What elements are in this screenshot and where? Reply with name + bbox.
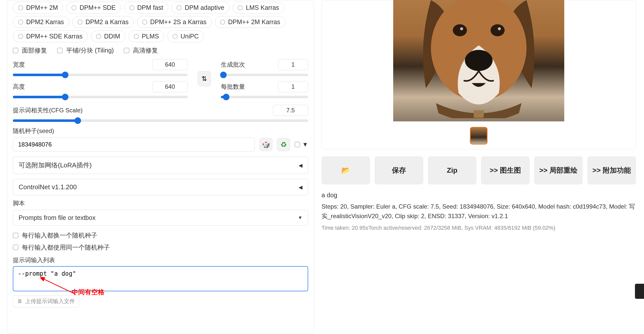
each-line-seed-checkbox[interactable]: 每行输入都换一个随机种子 [13,231,97,240]
batch-count-label: 生成批次 [221,61,245,69]
batch-size-slider[interactable] [221,96,308,98]
sampler-label: DPM++ 2M [26,4,58,11]
radio-icon [18,20,23,25]
sampler-option[interactable]: DPM++ SDE [66,2,121,14]
seed-input[interactable] [13,137,255,152]
sampler-label: DPM fast [137,4,163,11]
hires-checkbox[interactable]: 高清修复 [124,46,158,55]
output-thumbnail[interactable] [470,127,488,145]
triangle-left-icon: ◀ [299,184,302,190]
checkbox-icon [124,48,129,53]
sampler-option[interactable]: DPM adaptive [171,2,229,14]
random-seed-button[interactable]: 🎲 [259,138,272,151]
sampler-option[interactable]: UniPC [167,30,204,42]
seed-row: 🎲 ♻ ▼ [13,137,308,152]
slider-thumb-icon[interactable] [223,94,229,100]
script-label: 脚本 [13,199,308,207]
accordion-title: 可选附加网络(LoRA插件) [19,161,92,170]
batch-count-slider[interactable] [221,74,308,76]
controlnet-accordion[interactable]: ControlNet v1.1.200 ◀ [13,179,308,195]
radio-icon [177,5,182,10]
sampler-option[interactable]: DPM fast [124,2,169,14]
cfg-slider[interactable] [13,119,308,122]
folder-icon: 📂 [341,166,350,175]
height-input[interactable] [152,81,188,92]
width-input[interactable] [152,59,188,70]
side-anchor-tab[interactable] [635,284,644,299]
options-row: 面部修复 平铺/分块 (Tiling) 高清修复 [13,46,308,55]
sampler-row-3: DPM++ SDE Karras DDIM PLMS UniPC [13,30,308,42]
send-to-extras-button[interactable]: >> 附加功能 [587,156,636,184]
open-folder-button[interactable]: 📂 [321,156,370,184]
radio-icon [96,34,101,39]
reuse-seed-button[interactable]: ♻ [277,138,290,151]
send-to-img2img-button[interactable]: >> 图生图 [481,156,530,184]
script-select[interactable]: Prompts from file or textbox ▼ [13,210,308,226]
cfg-input[interactable] [273,105,308,116]
sampler-label: DPM adaptive [185,4,224,11]
generated-image-content [408,0,549,118]
checkbox-icon [57,48,63,53]
sampler-label: DPM++ SDE [79,4,115,11]
svg-point-3 [491,24,505,36]
cfg-label: 提示词相关性(CFG Scale) [13,106,83,114]
radio-icon [18,34,23,39]
sampler-option[interactable]: DPM++ 2S a Karras [137,16,212,28]
sampler-label: DDIM [104,33,120,40]
sampler-option[interactable]: DPM++ SDE Karras [13,30,88,42]
lora-accordion[interactable]: 可选附加网络(LoRA插件) ◀ [13,157,308,174]
send-to-inpaint-button[interactable]: >> 局部重绘 [534,156,583,184]
svg-point-2 [453,24,467,36]
width-slider[interactable] [13,74,188,76]
batch-count-input[interactable] [278,59,308,70]
output-params-text: Steps: 20, Sampler: Euler a, CFG scale: … [321,202,636,221]
svg-point-5 [498,27,501,30]
accordion-title: ControlNet v1.1.200 [19,183,77,191]
sampler-label: DPM++ 2S a Karras [150,18,207,26]
output-image-card [321,0,636,149]
zip-button[interactable]: Zip [428,156,476,184]
each-line-same-seed-checkbox[interactable]: 每行输入都使用同一个随机种子 [13,243,110,252]
save-button[interactable]: 保存 [375,156,423,184]
radio-icon [129,5,134,10]
batch-size-input[interactable] [278,81,308,92]
upload-prompt-file-button[interactable]: 🗎 上传提示词输入文件 [13,295,79,307]
checkbox-icon [295,142,300,147]
output-panel: 📂 保存 Zip >> 图生图 >> 局部重绘 >> 附加功能 a dog St… [314,0,636,334]
sampler-option[interactable]: LMS Karras [232,2,284,14]
checkbox-label: 每行输入都换一个随机种子 [22,231,97,240]
sampler-label: DPM++ SDE Karras [26,33,83,40]
sampler-label: DPM2 a Karras [86,18,129,26]
batch-col: 生成批次 每批数量 [221,59,308,103]
sampler-label: UniPC [181,33,199,40]
height-slider[interactable] [13,96,188,98]
batch-size-label: 每批数量 [221,83,245,91]
swap-dimensions-button[interactable]: ⇅ [198,71,211,86]
slider-thumb-icon[interactable] [62,94,68,100]
radio-icon [134,34,139,39]
sampler-option[interactable]: DPM++ 2M Karras [215,16,286,28]
slider-thumb-icon[interactable] [220,72,227,78]
seed-extras-toggle[interactable]: ▼ [295,141,308,148]
sampler-option[interactable]: PLMS [129,30,164,42]
prompt-list-textarea[interactable] [13,266,308,291]
cfg-block: 提示词相关性(CFG Scale) [13,105,308,122]
sampler-option[interactable]: DPM2 Karras [13,16,69,28]
settings-panel: DPM++ 2M DPM++ SDE DPM fast DPM adaptive… [7,0,314,334]
radio-icon [173,34,178,39]
face-restore-checkbox[interactable]: 面部修复 [13,46,47,55]
output-time-text: Time taken: 20.95sTorch active/reserved:… [321,225,636,231]
tiling-checkbox[interactable]: 平铺/分块 (Tiling) [57,46,114,55]
sampler-label: DPM2 Karras [26,18,64,26]
dimension-col: 宽度 高度 [13,59,188,103]
file-icon: 🗎 [17,298,23,305]
sampler-option[interactable]: DPM2 a Karras [72,16,134,28]
seed-label: 随机种子(seed) [13,127,308,135]
select-value: Prompts from file or textbox [19,214,96,221]
svg-rect-7 [474,110,484,118]
slider-thumb-icon[interactable] [74,117,81,124]
sampler-option[interactable]: DPM++ 2M [13,2,63,14]
output-image[interactable] [393,0,564,121]
sampler-option[interactable]: DDIM [91,30,126,42]
slider-thumb-icon[interactable] [62,72,68,78]
